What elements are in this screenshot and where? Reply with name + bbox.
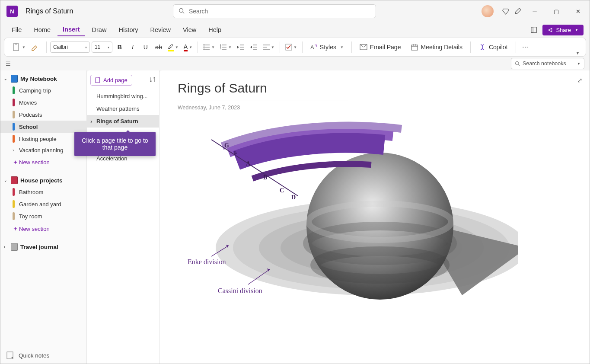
diamond-icon[interactable]: [501, 7, 510, 16]
eyedropper-icon[interactable]: [513, 7, 522, 16]
chevron-right-icon: ›: [13, 148, 15, 153]
menu-file[interactable]: File: [6, 24, 27, 36]
menu-insert[interactable]: Insert: [57, 23, 85, 36]
bold-button[interactable]: B: [114, 41, 125, 54]
minimize-button[interactable]: ─: [526, 4, 544, 18]
page-icon: [6, 351, 13, 359]
paste-button[interactable]: ▼: [10, 41, 27, 54]
section-movies[interactable]: Movies: [0, 96, 86, 109]
chevron-right-icon: ›: [4, 245, 8, 249]
sort-icon[interactable]: [150, 77, 156, 84]
page-item-weather[interactable]: Weather patterns: [87, 102, 159, 115]
section-color: [13, 135, 15, 143]
font-size-select[interactable]: 11 ▾: [92, 42, 112, 53]
strikethrough-button[interactable]: ab: [153, 41, 164, 54]
section-label: School: [19, 124, 38, 130]
underline-button[interactable]: U: [140, 41, 151, 54]
notebook-label: Travel journal: [20, 244, 58, 250]
font-value: Cailbri: [53, 44, 68, 50]
copilot-button[interactable]: Copilot: [474, 41, 512, 54]
open-in-new-icon[interactable]: [529, 26, 538, 34]
add-page-button[interactable]: Add page: [90, 75, 132, 86]
search-notebooks-placeholder: Search notebooks: [523, 61, 566, 67]
align-button[interactable]: ▼: [261, 41, 276, 54]
numbered-list-button[interactable]: 123 ▼: [218, 41, 233, 54]
page-item-hummingbird[interactable]: Hummingbird wing...: [87, 90, 159, 102]
todo-tag-button[interactable]: ▼: [284, 41, 299, 54]
section-toy-room[interactable]: Toy room: [0, 210, 86, 222]
page-title[interactable]: Rings of Saturn: [178, 81, 348, 100]
menu-review[interactable]: Review: [145, 24, 176, 36]
font-family-select[interactable]: Cailbri ▾: [50, 42, 90, 53]
notebook-my-notebook[interactable]: ⌄ My Notebook: [0, 73, 86, 84]
chevron-down-icon: ▼: [577, 62, 580, 66]
page-list-panel: Add page Hummingbird wing... Weather pat…: [87, 70, 159, 364]
menu-history[interactable]: History: [113, 24, 143, 36]
section-label: Camping trip: [19, 87, 51, 94]
section-school[interactable]: School: [0, 121, 86, 133]
chevron-down-icon: ▼: [293, 45, 297, 49]
format-painter-button[interactable]: [29, 41, 40, 54]
panel-toggle-icon[interactable]: ☰: [6, 61, 11, 67]
ring-label-d: D: [291, 194, 296, 201]
share-button[interactable]: Share ▼: [542, 25, 584, 35]
user-avatar[interactable]: [482, 5, 494, 17]
section-bathroom[interactable]: Bathroom: [0, 186, 86, 198]
font-color-button[interactable]: A▼: [182, 41, 194, 54]
bullet-list-button[interactable]: ▼: [201, 41, 217, 54]
highlight-button[interactable]: 🖊▼: [166, 41, 180, 54]
svg-rect-2: [531, 27, 537, 33]
global-search[interactable]: Search: [173, 4, 376, 18]
new-section-button[interactable]: ＋New section: [0, 156, 86, 169]
ring-label-c: C: [280, 187, 284, 194]
ring-label-f: F: [234, 150, 238, 156]
chevron-down-icon: ▾: [108, 45, 109, 49]
italic-button[interactable]: I: [127, 41, 138, 54]
saturn-illustration: G F A B C D Enke division Cassini divisi…: [185, 114, 518, 313]
page-date: Wednesday, June 7, 2023: [178, 105, 571, 111]
svg-text:A: A: [310, 44, 314, 51]
notebook-label: House projects: [20, 177, 63, 184]
ribbon-expand-button[interactable]: ▼: [573, 50, 582, 56]
maximize-button[interactable]: ▢: [547, 4, 565, 18]
close-button[interactable]: ✕: [569, 4, 587, 18]
svg-rect-3: [531, 27, 533, 33]
section-label: Bathroom: [19, 189, 43, 195]
quick-notes-button[interactable]: Quick notes: [0, 347, 86, 364]
menu-home[interactable]: Home: [29, 24, 56, 36]
menu-draw[interactable]: Draw: [87, 24, 112, 36]
share-label: Share: [556, 27, 571, 33]
section-label: Toy room: [19, 213, 42, 220]
svg-point-34: [516, 62, 519, 65]
page-item-rings[interactable]: Rings of Saturn: [87, 115, 159, 128]
section-hosting-people[interactable]: Hosting people: [0, 133, 86, 145]
menu-help[interactable]: Help: [203, 24, 226, 36]
chevron-down-icon: ▾: [85, 45, 87, 49]
search-icon: [515, 61, 520, 66]
notebook-house-projects[interactable]: ⌄ House projects: [0, 175, 86, 186]
section-label: Podcasts: [19, 112, 42, 118]
styles-button[interactable]: A Styles ▼: [306, 41, 348, 54]
plus-icon: ＋: [13, 158, 15, 166]
page-canvas[interactable]: ⤢ Rings of Saturn Wednesday, June 7, 202…: [159, 70, 590, 364]
annotation-cassini: Cassini division: [218, 287, 262, 294]
email-page-button[interactable]: Email Page: [355, 41, 405, 54]
section-podcasts[interactable]: Podcasts: [0, 109, 86, 121]
ribbon: ▼ Cailbri ▾ 11 ▾ B I U ab 🖊▼ A▼ ▼ 123 ▼ …: [4, 38, 586, 57]
new-section-button-2[interactable]: ＋New section: [0, 222, 86, 235]
section-camping-trip[interactable]: Camping trip: [0, 84, 86, 96]
chevron-down-icon: ▼: [575, 28, 578, 32]
indent-button[interactable]: [248, 41, 259, 54]
meeting-details-button[interactable]: Meeting Details: [407, 41, 467, 54]
section-garden[interactable]: Garden and yard: [0, 198, 86, 210]
more-button[interactable]: ⋯: [520, 41, 531, 54]
ring-label-g: G: [224, 142, 229, 149]
fullscreen-icon[interactable]: ⤢: [577, 77, 583, 84]
menubar: File Home Insert Draw History Review Vie…: [0, 22, 590, 38]
section-vacation-planning[interactable]: ›Vacation planning: [0, 145, 86, 156]
outdent-button[interactable]: [235, 41, 246, 54]
menu-view[interactable]: View: [178, 24, 201, 36]
section-label: Garden and yard: [19, 201, 61, 208]
notebook-travel-journal[interactable]: › Travel journal: [0, 241, 86, 252]
search-notebooks-input[interactable]: Search notebooks ▼: [511, 58, 584, 69]
